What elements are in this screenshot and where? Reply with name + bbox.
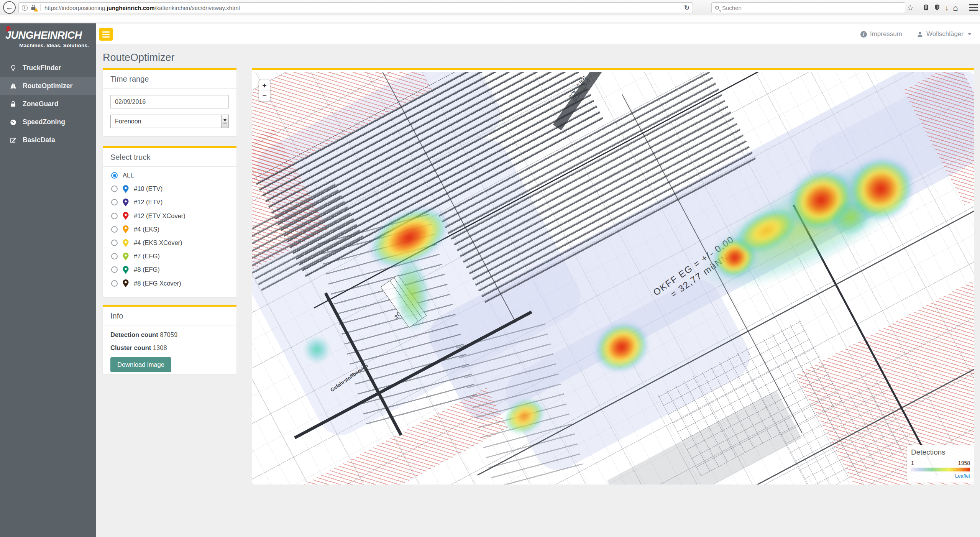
truck-option-12-etv-xcover[interactable]: #12 (ETV XCover) bbox=[103, 209, 236, 223]
main-content: RouteOptimizer Time range Forenoon Selec… bbox=[96, 45, 980, 537]
info-circle-icon: i bbox=[860, 31, 867, 38]
heatmap-map[interactable]: OKFF EG = +/- 0,00 = 32,77 müNN ±0,00 BO… bbox=[252, 72, 974, 484]
browser-toolbar: ← i https://indoorpositioning.jungheinri… bbox=[0, 0, 980, 15]
truck-list: ALL #10 (ETV) #12 (ETV) #12 (ETV XCover)… bbox=[103, 167, 236, 292]
zoom-in-button[interactable]: + bbox=[259, 80, 270, 90]
time-range-card: Time range Forenoon bbox=[103, 68, 236, 136]
truck-pin-icon bbox=[123, 279, 129, 287]
radio-button[interactable] bbox=[111, 226, 118, 233]
cluster-count: Cluster count 1308 bbox=[110, 344, 229, 351]
browser-back-button[interactable]: ← bbox=[3, 1, 16, 14]
legend-min: 1 bbox=[911, 460, 914, 466]
truck-pin-icon bbox=[123, 199, 129, 206]
truck-pin-icon bbox=[123, 266, 129, 274]
downloads-icon[interactable]: ↓ bbox=[945, 4, 949, 11]
shield-icon[interactable] bbox=[934, 3, 941, 12]
date-input[interactable] bbox=[110, 95, 229, 108]
truck-option-12-etv[interactable]: #12 (ETV) bbox=[103, 195, 236, 209]
radio-button[interactable] bbox=[111, 240, 118, 246]
radio-button[interactable] bbox=[111, 213, 118, 219]
heat-blob bbox=[304, 336, 330, 363]
road-icon bbox=[10, 82, 17, 90]
truck-option-7-efg[interactable]: #7 (EFG) bbox=[103, 250, 236, 263]
period-select-value: Forenoon bbox=[111, 115, 228, 128]
truck-pin-icon bbox=[123, 253, 129, 260]
bookmark-star-icon[interactable]: ☆ bbox=[907, 4, 914, 11]
search-icon bbox=[715, 6, 719, 10]
truck-pin-icon bbox=[123, 239, 129, 247]
map-card: OKFF EG = +/- 0,00 = 32,77 müNN ±0,00 BO… bbox=[252, 68, 974, 483]
detection-count: Detection count 87059 bbox=[110, 331, 229, 338]
radio-button[interactable] bbox=[111, 199, 118, 205]
truck-option-8-efg[interactable]: #8 (EFG) bbox=[103, 263, 236, 276]
truck-pin-icon bbox=[123, 212, 129, 220]
map-zoom-control: + − bbox=[259, 80, 270, 101]
period-select[interactable]: Forenoon bbox=[110, 115, 229, 128]
truck-option-4-eks[interactable]: #4 (EKS) bbox=[103, 223, 236, 236]
search-placeholder: Suchen bbox=[722, 5, 742, 11]
user-icon bbox=[917, 31, 923, 38]
radio-button[interactable] bbox=[111, 172, 118, 179]
leaflet-attribution-link[interactable]: Leaflet bbox=[911, 473, 970, 479]
logo-tagline: Machines. Ideas. Solutions. bbox=[5, 43, 91, 48]
app-header: i Impressum Wollschläger bbox=[96, 23, 980, 45]
browser-action-icons: ☆ ↓ ⌂ bbox=[907, 0, 958, 15]
sidebar: JUNGHEINRICH Machines. Ideas. Solutions.… bbox=[0, 23, 96, 537]
edit-icon bbox=[10, 136, 17, 144]
select-truck-title: Select truck bbox=[103, 148, 236, 167]
page-title: RouteOptimizer bbox=[103, 52, 175, 64]
select-truck-card: Select truck ALL #10 (ETV) #12 (ETV) #12… bbox=[103, 146, 236, 297]
sidebar-toggle-button[interactable] bbox=[99, 28, 113, 41]
bookmarks-strip bbox=[0, 15, 980, 23]
warning-triangle-icon bbox=[34, 8, 38, 11]
truck-option-8-efg-xcover[interactable]: #8 (EFG Xcover) bbox=[103, 277, 236, 290]
url-bar[interactable]: i https://indoorpositioning.jungheinrich… bbox=[18, 2, 693, 13]
logo-wordmark: JUNGHEINRICH bbox=[5, 30, 91, 41]
time-range-title: Time range bbox=[103, 70, 236, 89]
reload-icon[interactable]: ↻ bbox=[684, 4, 689, 12]
select-dropdown-button[interactable] bbox=[221, 115, 228, 128]
gauge-icon bbox=[10, 118, 17, 126]
sidebar-item-speedzoning[interactable]: SpeedZoning bbox=[0, 113, 96, 131]
detections-legend: Detections 1 1958 Leaflet bbox=[907, 445, 974, 483]
sidebar-nav: TruckFinder RouteOptimizer ZoneGuard Spe… bbox=[0, 59, 96, 149]
legend-max: 1958 bbox=[958, 460, 970, 466]
url-text[interactable]: https://indoorpositioning.jungheinrich.c… bbox=[44, 5, 240, 11]
chevron-down-icon bbox=[968, 33, 972, 35]
browser-menu-icon[interactable] bbox=[969, 4, 978, 11]
logo-arrow-icon bbox=[5, 26, 15, 31]
lightbulb-icon bbox=[10, 64, 17, 72]
truck-option-all[interactable]: ALL bbox=[103, 169, 236, 182]
clipboard-icon[interactable] bbox=[923, 3, 929, 12]
insecure-lock-icon[interactable] bbox=[30, 4, 37, 11]
sidebar-item-routeoptimizer[interactable]: RouteOptimizer bbox=[0, 77, 96, 95]
legend-gradient-bar bbox=[911, 468, 970, 471]
jungheinrich-logo: JUNGHEINRICH Machines. Ideas. Solutions. bbox=[0, 23, 96, 52]
home-icon[interactable]: ⌂ bbox=[953, 3, 958, 12]
sidebar-item-zoneguard[interactable]: ZoneGuard bbox=[0, 95, 96, 113]
truck-pin-icon bbox=[123, 185, 129, 193]
zoom-out-button[interactable]: − bbox=[259, 90, 270, 101]
impressum-link[interactable]: i Impressum bbox=[860, 30, 902, 38]
radio-button[interactable] bbox=[111, 186, 118, 192]
sidebar-item-truckfinder[interactable]: TruckFinder bbox=[0, 59, 96, 77]
browser-search-field[interactable]: Suchen bbox=[711, 2, 905, 13]
download-image-button[interactable]: Download image bbox=[110, 357, 171, 372]
info-card: Info Detection count 87059 Cluster count… bbox=[103, 305, 236, 374]
truck-pin-icon bbox=[123, 225, 129, 233]
radio-button[interactable] bbox=[111, 253, 118, 259]
radio-button[interactable] bbox=[111, 266, 118, 273]
sidebar-item-basicdata[interactable]: BasicData bbox=[0, 131, 96, 149]
truck-option-10-etv[interactable]: #10 (ETV) bbox=[103, 182, 236, 195]
info-title: Info bbox=[103, 307, 236, 325]
truck-option-4-eks-xcover[interactable]: #4 (EKS XCover) bbox=[103, 236, 236, 250]
user-menu[interactable]: Wollschläger bbox=[917, 30, 972, 38]
site-info-icon[interactable]: i bbox=[22, 5, 28, 11]
radio-button[interactable] bbox=[111, 280, 118, 287]
lock-icon bbox=[10, 100, 17, 108]
legend-title: Detections bbox=[911, 448, 970, 457]
